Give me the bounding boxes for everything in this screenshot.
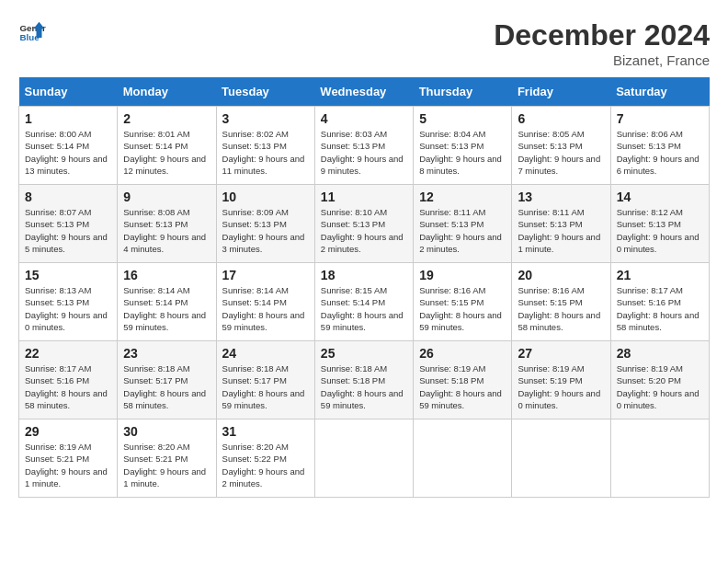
day-info: Sunrise: 8:16 AM Sunset: 5:15 PM Dayligh… [419,284,506,333]
month-year-title: December 2024 [494,18,710,52]
table-row: 25Sunrise: 8:18 AM Sunset: 5:18 PM Dayli… [314,341,413,419]
day-info: Sunrise: 8:17 AM Sunset: 5:16 PM Dayligh… [25,362,111,411]
day-info: Sunrise: 8:14 AM Sunset: 5:14 PM Dayligh… [123,284,210,333]
table-row: 1Sunrise: 8:00 AM Sunset: 5:14 PM Daylig… [19,107,118,185]
day-number: 27 [518,346,604,361]
table-row: 11Sunrise: 8:10 AM Sunset: 5:13 PM Dayli… [314,185,413,263]
day-number: 10 [222,190,309,204]
calendar-table: Sunday Monday Tuesday Wednesday Thursday… [18,77,710,498]
table-row: 3Sunrise: 8:02 AM Sunset: 5:13 PM Daylig… [216,107,314,185]
day-number: 25 [321,346,407,361]
day-info: Sunrise: 8:09 AM Sunset: 5:13 PM Dayligh… [222,206,309,255]
table-row: 8Sunrise: 8:07 AM Sunset: 5:13 PM Daylig… [19,185,118,263]
table-row: 12Sunrise: 8:11 AM Sunset: 5:13 PM Dayli… [414,185,512,263]
table-row: 2Sunrise: 8:01 AM Sunset: 5:14 PM Daylig… [118,107,216,185]
day-info: Sunrise: 8:02 AM Sunset: 5:13 PM Dayligh… [222,128,309,177]
day-number: 29 [25,424,111,439]
day-number: 22 [25,346,111,361]
table-row: 23Sunrise: 8:18 AM Sunset: 5:17 PM Dayli… [118,341,216,419]
logo: General Blue [18,18,46,46]
day-number: 1 [25,111,111,126]
day-info: Sunrise: 8:03 AM Sunset: 5:13 PM Dayligh… [321,128,407,177]
day-number: 15 [25,268,111,282]
location-subtitle: Bizanet, France [494,52,710,68]
table-row: 13Sunrise: 8:11 AM Sunset: 5:13 PM Dayli… [512,185,610,263]
table-row: 30Sunrise: 8:20 AM Sunset: 5:21 PM Dayli… [118,419,216,498]
day-info: Sunrise: 8:05 AM Sunset: 5:13 PM Dayligh… [518,128,604,177]
table-row: 29Sunrise: 8:19 AM Sunset: 5:21 PM Dayli… [19,419,118,498]
table-row: 17Sunrise: 8:14 AM Sunset: 5:14 PM Dayli… [216,263,314,341]
day-number: 2 [123,111,210,126]
day-number: 24 [222,346,309,361]
day-number: 8 [25,190,111,204]
day-info: Sunrise: 8:06 AM Sunset: 5:13 PM Dayligh… [617,128,703,177]
calendar-week-row: 1Sunrise: 8:00 AM Sunset: 5:14 PM Daylig… [19,107,710,185]
table-row: 19Sunrise: 8:16 AM Sunset: 5:15 PM Dayli… [414,263,512,341]
day-info: Sunrise: 8:00 AM Sunset: 5:14 PM Dayligh… [25,128,111,177]
day-number: 21 [617,268,703,282]
table-row: 22Sunrise: 8:17 AM Sunset: 5:16 PM Dayli… [19,341,118,419]
header-thursday: Thursday [414,77,512,107]
header-saturday: Saturday [610,77,709,107]
day-info: Sunrise: 8:16 AM Sunset: 5:15 PM Dayligh… [518,284,604,333]
table-row: 18Sunrise: 8:15 AM Sunset: 5:14 PM Dayli… [314,263,413,341]
day-info: Sunrise: 8:18 AM Sunset: 5:17 PM Dayligh… [222,362,309,411]
day-info: Sunrise: 8:19 AM Sunset: 5:19 PM Dayligh… [518,362,604,411]
day-number: 4 [321,111,407,126]
table-row: 16Sunrise: 8:14 AM Sunset: 5:14 PM Dayli… [118,263,216,341]
day-info: Sunrise: 8:07 AM Sunset: 5:13 PM Dayligh… [25,206,111,255]
day-info: Sunrise: 8:11 AM Sunset: 5:13 PM Dayligh… [518,206,604,255]
header-sunday: Sunday [19,77,118,107]
calendar-week-row: 29Sunrise: 8:19 AM Sunset: 5:21 PM Dayli… [19,419,710,498]
table-row: 26Sunrise: 8:19 AM Sunset: 5:18 PM Dayli… [414,341,512,419]
day-number: 11 [321,190,407,204]
calendar-week-row: 22Sunrise: 8:17 AM Sunset: 5:16 PM Dayli… [19,341,710,419]
day-number: 19 [419,268,506,282]
title-area: December 2024 Bizanet, France [494,18,710,68]
day-info: Sunrise: 8:20 AM Sunset: 5:21 PM Dayligh… [123,441,210,489]
day-number: 16 [123,268,210,282]
header: General Blue December 2024 Bizanet, Fran… [18,18,710,68]
table-row: 31Sunrise: 8:20 AM Sunset: 5:22 PM Dayli… [216,419,314,498]
day-info: Sunrise: 8:01 AM Sunset: 5:14 PM Dayligh… [123,128,210,177]
day-info: Sunrise: 8:20 AM Sunset: 5:22 PM Dayligh… [222,441,309,489]
day-number: 9 [123,190,210,204]
table-row: 14Sunrise: 8:12 AM Sunset: 5:13 PM Dayli… [610,185,709,263]
day-number: 6 [518,111,604,126]
day-number: 13 [518,190,604,204]
table-row: 28Sunrise: 8:19 AM Sunset: 5:20 PM Dayli… [610,341,709,419]
table-row: 5Sunrise: 8:04 AM Sunset: 5:13 PM Daylig… [414,107,512,185]
table-row: 15Sunrise: 8:13 AM Sunset: 5:13 PM Dayli… [19,263,118,341]
weekday-header-row: Sunday Monday Tuesday Wednesday Thursday… [19,77,710,107]
day-number: 30 [123,424,210,439]
day-number: 18 [321,268,407,282]
day-info: Sunrise: 8:19 AM Sunset: 5:21 PM Dayligh… [25,441,111,489]
day-info: Sunrise: 8:17 AM Sunset: 5:16 PM Dayligh… [617,284,703,333]
table-row [314,419,413,498]
header-friday: Friday [512,77,610,107]
table-row: 6Sunrise: 8:05 AM Sunset: 5:13 PM Daylig… [512,107,610,185]
table-row [610,419,709,498]
day-info: Sunrise: 8:11 AM Sunset: 5:13 PM Dayligh… [419,206,506,255]
day-number: 31 [222,424,309,439]
table-row: 9Sunrise: 8:08 AM Sunset: 5:13 PM Daylig… [118,185,216,263]
day-info: Sunrise: 8:19 AM Sunset: 5:20 PM Dayligh… [617,362,703,411]
table-row: 24Sunrise: 8:18 AM Sunset: 5:17 PM Dayli… [216,341,314,419]
day-number: 3 [222,111,309,126]
day-info: Sunrise: 8:08 AM Sunset: 5:13 PM Dayligh… [123,206,210,255]
day-info: Sunrise: 8:15 AM Sunset: 5:14 PM Dayligh… [321,284,407,333]
header-wednesday: Wednesday [314,77,413,107]
day-number: 23 [123,346,210,361]
table-row: 4Sunrise: 8:03 AM Sunset: 5:13 PM Daylig… [314,107,413,185]
day-info: Sunrise: 8:12 AM Sunset: 5:13 PM Dayligh… [617,206,703,255]
table-row [414,419,512,498]
day-info: Sunrise: 8:18 AM Sunset: 5:18 PM Dayligh… [321,362,407,411]
day-number: 12 [419,190,506,204]
table-row: 10Sunrise: 8:09 AM Sunset: 5:13 PM Dayli… [216,185,314,263]
day-number: 7 [617,111,703,126]
table-row [512,419,610,498]
day-number: 5 [419,111,506,126]
table-row: 21Sunrise: 8:17 AM Sunset: 5:16 PM Dayli… [610,263,709,341]
day-number: 17 [222,268,309,282]
day-number: 26 [419,346,506,361]
